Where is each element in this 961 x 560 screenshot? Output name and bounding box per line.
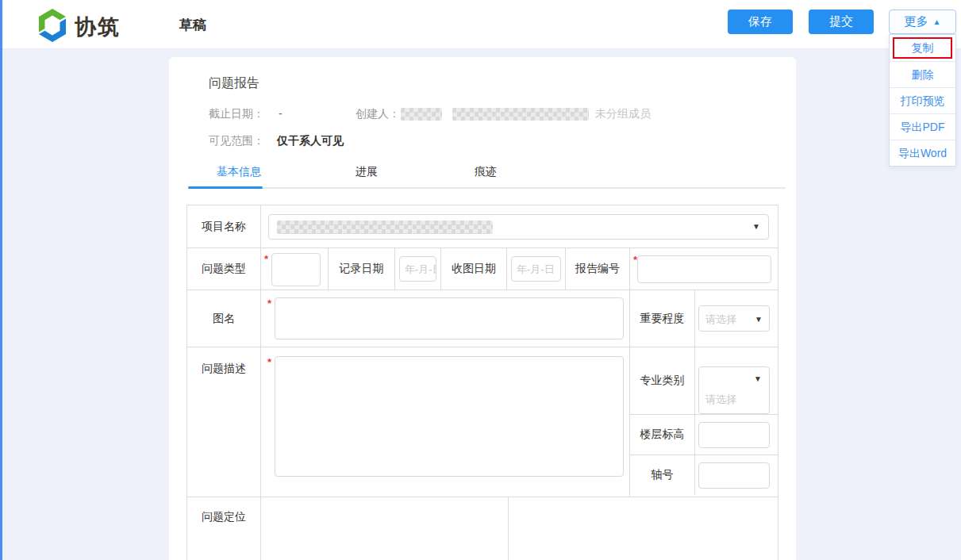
project-name-label: 项目名称 [187, 205, 261, 247]
issue-type-cell: * [261, 248, 329, 290]
right-field-group: 专业类别 ▼ 请选择 楼层标高 轴号 [630, 347, 778, 497]
location-cell-right[interactable] [509, 497, 778, 560]
menu-item-print-preview[interactable]: 打印预览 [890, 87, 955, 113]
menu-item-copy-label: 复制 [912, 41, 934, 54]
category-label: 专业类别 [630, 347, 695, 414]
report-no-label: 报告编号 [566, 248, 630, 290]
left-accent-strip [0, 0, 2, 560]
location-cell-left[interactable] [261, 497, 509, 560]
chevron-up-icon: ▲ [933, 17, 941, 26]
project-name-redacted [277, 221, 493, 234]
importance-label: 重要程度 [630, 290, 695, 347]
meta-row-1: 截止日期： - 创建人： 未分组成员 [209, 107, 283, 121]
record-date-label: 记录日期 [329, 248, 395, 290]
creator-label: 创建人： [356, 107, 400, 121]
report-form-table: 项目名称 ▼ 问题类型 * 记录日期 收图日期 报告编号 [186, 205, 778, 560]
menu-item-export-word[interactable]: 导出Word [890, 140, 955, 166]
importance-placeholder: 请选择 [705, 313, 736, 327]
deadline-label: 截止日期： [209, 107, 264, 120]
record-date-input[interactable] [399, 256, 436, 282]
visibility-label: 可见范围： [209, 134, 264, 147]
required-mark: * [267, 297, 271, 309]
deadline-value: - [279, 107, 283, 120]
header-bar: 协筑 草稿 保存 提交 更多 ▲ [0, 0, 961, 49]
meta-row-2: 可见范围： 仅干系人可见 [209, 134, 344, 148]
tab-traces[interactable]: 痕迹 [475, 165, 497, 179]
chevron-down-icon: ▼ [754, 374, 762, 383]
chevron-down-icon: ▼ [755, 315, 763, 324]
category-cell: ▼ 请选择 [695, 347, 778, 414]
submit-button[interactable]: 提交 [809, 10, 874, 34]
required-mark: * [264, 253, 268, 265]
category-select[interactable]: ▼ 请选择 [698, 366, 770, 414]
drawing-name-cell: * [261, 290, 630, 347]
tab-progress[interactable]: 进展 [356, 165, 378, 179]
project-name-cell: ▼ [261, 205, 778, 247]
menu-item-export-pdf[interactable]: 导出PDF [890, 113, 955, 140]
creator-org-redacted [452, 108, 589, 121]
category-subrow: 专业类别 ▼ 请选择 [630, 347, 778, 415]
active-tab-indicator [188, 186, 263, 189]
more-button-label: 更多 [905, 14, 928, 29]
floor-elevation-input[interactable] [698, 422, 770, 448]
report-card: 问题报告 截止日期： - 创建人： 未分组成员 可见范围： 仅干系人可见 基本信… [169, 57, 796, 560]
receive-date-input[interactable] [511, 256, 561, 282]
row-location: 问题定位 [187, 497, 778, 560]
logo-text: 协筑 [75, 13, 121, 41]
description-label: 问题描述 [187, 347, 261, 497]
drawing-name-textarea[interactable] [275, 297, 624, 339]
description-cell: * [261, 347, 630, 497]
report-no-input[interactable] [637, 255, 771, 283]
report-title: 问题报告 [209, 75, 259, 92]
save-button[interactable]: 保存 [728, 10, 793, 34]
row-drawing: 图名 * 重要程度 请选择 ▼ [187, 290, 778, 347]
receive-date-cell [507, 248, 566, 290]
record-date-cell [395, 248, 441, 290]
app-logo[interactable]: 协筑 [37, 8, 121, 46]
axis-no-input[interactable] [698, 462, 770, 489]
required-mark: * [267, 356, 271, 368]
more-dropdown-menu: 复制 删除 打印预览 导出PDF 导出Word [889, 34, 956, 167]
project-name-select[interactable]: ▼ [268, 214, 769, 240]
logo-hexagon-icon [37, 8, 68, 46]
drawing-name-label: 图名 [187, 290, 261, 347]
floor-elevation-cell [695, 415, 778, 455]
issue-type-input[interactable] [271, 253, 321, 286]
floor-subrow: 楼层标高 [630, 415, 778, 455]
axis-no-cell [695, 455, 778, 495]
row-project-name: 项目名称 ▼ [187, 205, 778, 248]
page-title: 草稿 [179, 16, 206, 34]
menu-item-delete[interactable]: 删除 [890, 61, 955, 87]
axis-no-label: 轴号 [630, 455, 695, 495]
row-description: 问题描述 * 专业类别 ▼ 请选择 楼层标高 [187, 347, 778, 497]
category-placeholder: 请选择 [705, 393, 736, 407]
report-no-cell: * [630, 248, 778, 290]
more-button[interactable]: 更多 ▲ [889, 10, 956, 34]
creator-name-redacted [401, 108, 442, 121]
creator-group-text: 未分组成员 [595, 107, 651, 121]
floor-elevation-label: 楼层标高 [630, 415, 695, 455]
axis-subrow: 轴号 [630, 455, 778, 495]
chevron-down-icon: ▼ [752, 222, 760, 231]
importance-cell: 请选择 ▼ [695, 290, 778, 347]
receive-date-label: 收图日期 [441, 248, 507, 290]
issue-type-label: 问题类型 [187, 248, 261, 290]
tab-bar: 基本信息 进展 痕迹 [188, 160, 786, 189]
description-textarea[interactable] [275, 356, 624, 477]
visibility-value: 仅干系人可见 [277, 134, 344, 147]
importance-select[interactable]: 请选择 ▼ [698, 305, 770, 332]
row-dates: 问题类型 * 记录日期 收图日期 报告编号 * [187, 248, 778, 290]
tab-basic-info[interactable]: 基本信息 [217, 165, 261, 179]
menu-item-copy[interactable]: 复制 [890, 35, 955, 61]
location-label: 问题定位 [187, 497, 261, 560]
